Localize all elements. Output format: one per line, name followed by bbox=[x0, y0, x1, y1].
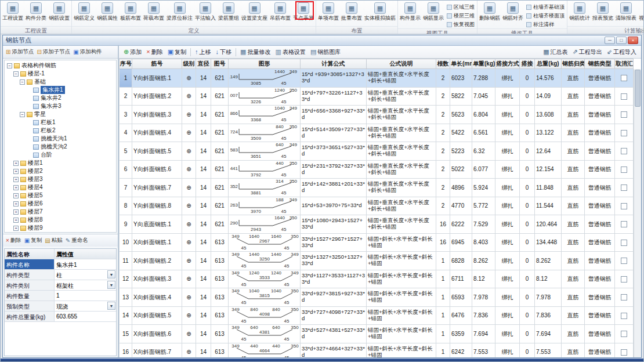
ribbon-item[interactable]: ▦单项布置 bbox=[317, 2, 340, 23]
expand-icon[interactable]: + bbox=[13, 185, 19, 190]
ribbon-item[interactable]: ▦清除报表 bbox=[614, 2, 638, 23]
ribbon-item[interactable]: ▦钢筋定义 bbox=[73, 2, 96, 23]
cancel-summary-checkbox[interactable] bbox=[621, 276, 627, 283]
tree-item[interactable]: +楼层7 bbox=[5, 208, 116, 216]
tree-toolbar-button[interactable]: ⊟添加子节点 bbox=[35, 48, 71, 56]
expand-icon[interactable]: + bbox=[13, 169, 19, 174]
column-header[interactable]: 搭接 bbox=[520, 59, 535, 69]
tree-item[interactable]: +楼层5 bbox=[5, 191, 116, 200]
column-header[interactable]: 图形 bbox=[229, 59, 301, 69]
cancel-summary-checkbox[interactable] bbox=[621, 313, 627, 319]
ribbon-item[interactable]: ▦吊筋布置 bbox=[269, 2, 292, 23]
tree-action-button[interactable]: ▤粘贴 bbox=[44, 236, 63, 245]
property-value[interactable]: 柱▼ bbox=[55, 270, 116, 280]
scrollbar-thumb[interactable] bbox=[635, 70, 641, 107]
table-row[interactable]: 6Y向斜面钢筋.6⊕1462144137924403504515*d+231+3… bbox=[120, 160, 634, 179]
table-toolbar-button[interactable]: ▦汇总表 bbox=[541, 48, 570, 57]
table-row[interactable]: 1Y向斜面钢筋.1⊕146211149308514403494515*d +93… bbox=[120, 69, 634, 88]
tree-item[interactable]: 栏板1 bbox=[5, 118, 116, 126]
collapse-icon[interactable]: − bbox=[20, 79, 25, 85]
table-toolbar-button[interactable]: ▦批量修改 bbox=[238, 48, 273, 57]
expand-icon[interactable]: + bbox=[13, 218, 19, 223]
ribbon-item[interactable]: ▦设置梁支座 bbox=[240, 2, 269, 23]
tree-item[interactable]: +楼层3 bbox=[5, 175, 116, 183]
table-row[interactable]: 4Y向斜面钢筋.4⊕1462172435098403504515*d+514+3… bbox=[120, 124, 634, 142]
cancel-summary-checkbox[interactable] bbox=[621, 111, 627, 118]
expand-icon[interactable]: + bbox=[13, 209, 19, 215]
ribbon-item[interactable]: ▦报表预览 bbox=[591, 2, 614, 23]
tree-action-button[interactable]: ✎重命名 bbox=[64, 236, 89, 245]
table-toolbar-button[interactable]: ▣复制 bbox=[165, 48, 189, 57]
table-row[interactable]: 10X向斜面钢筋.1⊕14613349164029671640350454533… bbox=[120, 233, 634, 252]
tree-item[interactable]: 集水井2 bbox=[5, 94, 116, 102]
cancel-summary-checkbox[interactable] bbox=[621, 75, 627, 81]
tree-action-button[interactable]: ▣复制 bbox=[23, 236, 43, 245]
ribbon-mini-item[interactable]: 区域三维 bbox=[447, 3, 475, 11]
table-toolbar-button[interactable]: ↓下移 bbox=[214, 48, 234, 57]
tree-action-button[interactable]: ×删除 bbox=[5, 236, 23, 245]
table-row[interactable]: 9Y向底面钢筋.1⊕146211290294316403504515*d+108… bbox=[120, 215, 634, 234]
column-header[interactable]: 总重(kg) bbox=[535, 59, 562, 69]
column-header[interactable]: 搭接方式 bbox=[495, 59, 520, 69]
column-header[interactable]: 单重(kg) bbox=[472, 59, 495, 69]
cancel-summary-checkbox[interactable] bbox=[621, 294, 627, 301]
tree-item[interactable]: 集水井3 bbox=[5, 102, 116, 110]
property-value[interactable]: 603.655 bbox=[55, 312, 116, 321]
table-row[interactable]: 15X向斜面钢筋.6⊕146133496404381640350454533*d… bbox=[120, 325, 634, 343]
table-toolbar-button[interactable]: ▤钢筋图库 bbox=[308, 48, 343, 57]
tree-item[interactable]: 栏板2 bbox=[5, 126, 116, 135]
ribbon-item[interactable]: ▦构件显示 bbox=[399, 2, 422, 23]
ribbon-mini-item[interactable]: 楼层三维 bbox=[447, 12, 475, 20]
expand-icon[interactable]: + bbox=[13, 201, 19, 207]
cancel-summary-checkbox[interactable] bbox=[621, 258, 627, 264]
table-row[interactable]: 11X向斜面钢筋.2⊕14613349144032501440349454533… bbox=[120, 252, 634, 270]
tree-item[interactable]: +楼层8 bbox=[5, 216, 116, 224]
ribbon-item[interactable]: ▦梁原位标注 bbox=[165, 2, 194, 23]
cancel-summary-checkbox[interactable] bbox=[621, 93, 627, 100]
ribbon-mini-item[interactable]: 柱墙齐楼面顶 bbox=[526, 12, 565, 20]
ribbon-mini-item[interactable]: 标注清样 bbox=[526, 21, 565, 28]
table-toolbar-button[interactable]: ⇗工程导出 bbox=[570, 48, 605, 57]
column-header[interactable]: 单长(mm) bbox=[450, 59, 472, 69]
tree-item[interactable]: −基础 bbox=[5, 78, 116, 86]
table-toolbar-button[interactable]: ↑上移 bbox=[193, 48, 214, 57]
table-row[interactable]: 2Y向斜面钢筋.2⊕146211007322612403504515*d+797… bbox=[120, 87, 634, 106]
ribbon-item[interactable]: ▦实体模拟抽筋 bbox=[363, 2, 397, 23]
collapse-icon[interactable]: − bbox=[7, 63, 12, 68]
column-header[interactable]: 筋号 bbox=[132, 59, 182, 69]
column-header[interactable]: 钢筋类型 bbox=[585, 59, 615, 69]
column-header[interactable]: 取消汇总 bbox=[615, 59, 634, 69]
cancel-summary-checkbox[interactable] bbox=[621, 130, 627, 136]
table-toolbar-button[interactable]: ×删除 bbox=[144, 48, 165, 57]
table-row[interactable]: 13X向斜面钢筋.4⊕14613349104038151040350454533… bbox=[120, 288, 634, 307]
column-header[interactable]: 序号 bbox=[120, 59, 132, 69]
close-button[interactable]: × bbox=[628, 37, 638, 44]
collapse-icon[interactable]: − bbox=[13, 71, 19, 77]
tree-item[interactable]: 挑檐天沟1 bbox=[5, 135, 116, 143]
property-value[interactable]: 集水井1 bbox=[55, 259, 116, 269]
dropdown-arrow-icon[interactable]: ▼ bbox=[107, 270, 115, 278]
column-header[interactable]: 图号 bbox=[211, 59, 229, 69]
expand-icon[interactable]: + bbox=[13, 193, 19, 198]
table-toolbar-button[interactable]: ⊕添加 bbox=[121, 48, 144, 57]
ribbon-item[interactable]: ▦钢筋显示 bbox=[422, 2, 445, 23]
tree-item[interactable]: −零星 bbox=[5, 110, 116, 118]
ribbon-item[interactable]: ▦平法输入 bbox=[194, 2, 217, 23]
maximize-button[interactable]: □ bbox=[616, 37, 627, 44]
property-value[interactable]: 1 bbox=[55, 291, 116, 301]
vertical-scrollbar[interactable] bbox=[634, 69, 641, 357]
tree-item[interactable]: +楼层9 bbox=[5, 224, 116, 232]
tree-item[interactable]: −楼层-1 bbox=[5, 70, 116, 78]
ribbon-item[interactable]: ▦梁筋重组 bbox=[217, 2, 240, 23]
tree-item[interactable]: +楼层1 bbox=[5, 159, 116, 167]
ribbon-item[interactable]: ▦工程设置 bbox=[1, 2, 24, 23]
ribbon-item[interactable]: ▦钢筋统计 bbox=[568, 2, 591, 23]
column-header[interactable]: 根数 bbox=[436, 59, 450, 69]
cancel-summary-checkbox[interactable] bbox=[621, 240, 627, 246]
table-row[interactable]: 7Y向斜面钢筋.7⊕1462135238813143504515*d+142+3… bbox=[120, 179, 634, 197]
column-header[interactable]: 级别 bbox=[182, 59, 196, 69]
ribbon-item[interactable]: ▦钢筋对齐 bbox=[501, 2, 524, 23]
table-row[interactable]: 8Y向斜面钢筋.8⊕1462126339701883494515*d+53+39… bbox=[120, 197, 634, 215]
table-row[interactable]: 14X向斜面钢筋.5⊕146133498404098840350454533*d… bbox=[120, 306, 634, 325]
expand-icon[interactable]: + bbox=[13, 161, 19, 166]
